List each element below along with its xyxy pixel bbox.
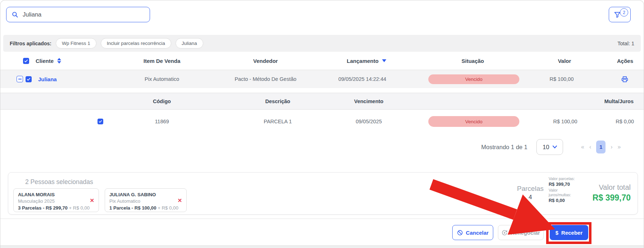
applied-filters-bar: Filtros aplicados: Wp Fitness 1 Incluir … [3, 35, 641, 52]
summary-parcelas: Parcelas 4 [507, 185, 554, 201]
billing-receivables-page: 2 Filtros aplicados: Wp Fitness 1 Inclui… [0, 0, 644, 248]
filter-chip-search[interactable]: Juliana [176, 38, 203, 49]
select-all-checkbox[interactable] [23, 58, 29, 64]
column-header-cliente[interactable]: Cliente [36, 58, 54, 64]
status-badge-vencido: Vencido [428, 74, 520, 84]
person-name: JULIANA G. SABINO [109, 192, 182, 198]
client-name-link[interactable]: Juliana [38, 76, 57, 82]
installments-header-row: Código Descrição Vencimento Multa/Juros [0, 93, 644, 110]
selected-person-card: ALANA MORAIS Musculação 2025 3 Parcelas … [13, 188, 99, 212]
collapse-row-button[interactable] [17, 76, 23, 82]
person-item: Pix Automatico [109, 198, 182, 205]
valor-juros-value: R$ 0,00 [549, 198, 577, 203]
parcelas-label: Parcelas [507, 185, 554, 193]
subcolumn-header-descricao: Descrição [265, 98, 290, 104]
sort-desc-icon[interactable] [382, 59, 386, 62]
valor-total-label: Valor total [593, 183, 631, 192]
cancel-button[interactable]: Cancelar [452, 225, 493, 240]
filter-chip-unit[interactable]: Wp Fitness 1 [56, 38, 96, 49]
parcelas-value: 4 [507, 194, 554, 201]
installment-row: 11869 PARCELA 1 09/05/2025 Vencido R$ 10… [0, 110, 644, 133]
filter-button[interactable]: 2 [609, 7, 631, 22]
installment-status-badge: Vencido [428, 116, 520, 127]
renegotiate-button[interactable]: $ Renegociar [498, 225, 544, 240]
installment-checkbox[interactable] [97, 119, 103, 124]
subcolumn-header-codigo: Código [153, 98, 171, 104]
person-item: Musculação 2025 [18, 198, 94, 205]
row-lancamento: 09/05/2025 14:22:44 [338, 76, 386, 82]
row-item-de-venda: Pix Automatico [145, 76, 179, 82]
person-amount: 3 Parcelas - R$ 299,70 [18, 205, 68, 211]
column-header-situacao[interactable]: Situação [462, 58, 484, 64]
sort-icon[interactable] [57, 58, 61, 64]
close-icon[interactable]: ✕ [90, 197, 94, 204]
prev-page-button[interactable]: ‹ [589, 144, 591, 150]
installment-valor: R$ 100,00 [553, 119, 577, 124]
person-amount-extra: + R$ 0,00 [157, 205, 178, 211]
page-size-value: 10 [543, 144, 549, 151]
subcolumn-header-vencimento: Vencimento [354, 98, 383, 104]
pagination-controls: « ‹ 1 › » [581, 139, 621, 155]
selected-person-card: JULIANA G. SABINO Pix Automatico 1 Parce… [105, 188, 187, 212]
renegotiate-icon: $ [502, 230, 508, 236]
installment-vencimento: 09/05/2025 [356, 119, 382, 124]
receive-button[interactable]: $ Receber [550, 225, 588, 240]
search-input[interactable] [23, 11, 145, 18]
person-amount: 1 Parcela - R$ 100,00 [109, 205, 157, 211]
dollar-icon: $ [555, 230, 558, 236]
selection-panel-title: 2 Pessoas selecionadas [25, 178, 93, 186]
selection-panel: 2 Pessoas selecionadas ALANA MORAIS Musc… [8, 172, 638, 215]
person-amount-extra: + R$ 0,00 [68, 205, 90, 211]
close-icon[interactable]: ✕ [177, 197, 182, 204]
installment-descricao: PARCELA 1 [264, 119, 292, 124]
table-row: Juliana Pix Automatico Pacto - Método De… [0, 70, 644, 88]
row-checkbox[interactable] [26, 76, 32, 82]
summary-total: Valor total R$ 399,70 [593, 183, 631, 203]
total-count: Total: 1 [617, 41, 634, 46]
filter-chip-recurring[interactable]: Incluir parcelas recorrência [101, 38, 171, 49]
installment-codigo: 11869 [155, 119, 169, 124]
column-header-vendedor[interactable]: Vendedor [253, 58, 278, 64]
installment-multa-juros: R$ 0,00 [616, 119, 634, 124]
last-page-button[interactable]: » [618, 144, 621, 150]
page-size-select[interactable]: 10 [536, 139, 563, 155]
summary-breakdown: Valor parcelas: R$ 399,70 Valor juros/mu… [549, 176, 577, 204]
valor-parcelas-label: Valor parcelas: [549, 176, 577, 182]
row-vendedor: Pacto - Método De Gestão [235, 76, 296, 82]
valor-juros-label: Valor juros/multas: [549, 188, 577, 198]
print-icon[interactable] [621, 76, 628, 83]
row-valor: R$ 100,00 [550, 76, 574, 82]
column-header-acoes: Ações [617, 58, 633, 64]
next-page-button[interactable]: › [611, 144, 612, 150]
column-header-lancamento[interactable]: Lançamento [347, 58, 378, 64]
minus-icon [18, 79, 22, 79]
valor-total-value: R$ 399,70 [593, 193, 631, 203]
current-page-button[interactable]: 1 [596, 141, 606, 153]
valor-parcelas-value: R$ 399,70 [549, 182, 577, 187]
footer-divider [0, 219, 644, 219]
search-box[interactable] [6, 7, 150, 22]
bottom-edge [0, 245, 644, 248]
subcolumn-header-multa-juros: Multa/Juros [604, 98, 634, 104]
column-header-valor[interactable]: Valor [558, 58, 571, 64]
chevron-down-icon [553, 146, 557, 148]
search-icon [12, 11, 18, 18]
person-name: ALANA MORAIS [18, 192, 94, 198]
applied-filters-label: Filtros aplicados: [10, 41, 51, 46]
column-header-item-de-venda[interactable]: Item De Venda [144, 58, 181, 64]
pagination-showing-label: Mostrando 1 de 1 [481, 139, 527, 155]
filter-count-badge: 2 [620, 8, 628, 17]
table-header-row: Cliente Item De Venda Vendedor Lançament… [0, 52, 644, 70]
cancel-icon [457, 230, 463, 236]
svg-text:$: $ [504, 231, 505, 234]
first-page-button[interactable]: « [581, 144, 584, 150]
